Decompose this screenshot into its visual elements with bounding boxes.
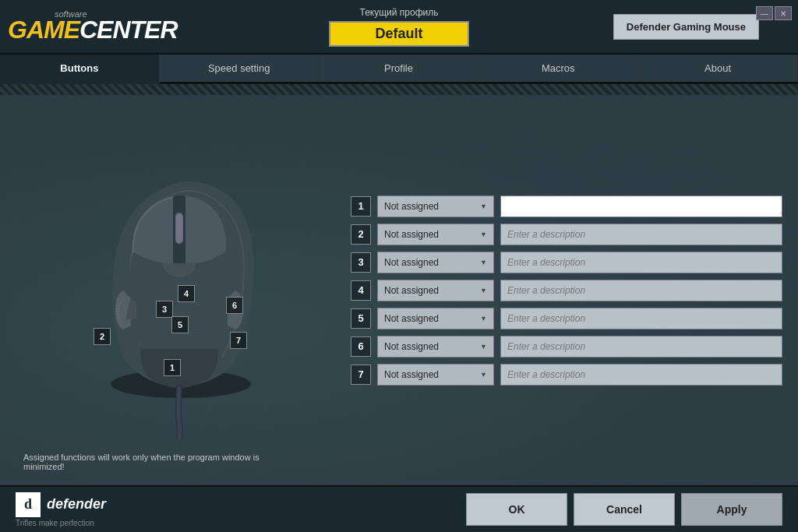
close-button[interactable]: ✕: [775, 6, 792, 20]
button-5-dropdown[interactable]: Not assigned ▼: [377, 308, 494, 329]
main-content: 2 3 4 5 6 7 1 Assigned functions will wo…: [0, 95, 798, 485]
device-name: Defender Gaming Mouse: [613, 14, 759, 40]
button-row-5: 5 Not assigned ▼: [351, 308, 782, 329]
defender-d-icon: d: [16, 492, 41, 517]
button-4-dropdown[interactable]: Not assigned ▼: [377, 280, 494, 301]
profile-label: Текущий профиль: [359, 7, 438, 18]
tab-macros[interactable]: Macros: [478, 55, 638, 82]
button-row-4: 4 Not assigned ▼: [351, 280, 782, 301]
dropdown-arrow-7: ▼: [480, 371, 487, 379]
notice-text: Assigned functions will work only when t…: [23, 453, 273, 471]
defender-brand: defender: [47, 496, 106, 513]
dropdown-arrow-1: ▼: [480, 203, 487, 210]
button-2-description[interactable]: [500, 224, 782, 245]
logo-area: software GAMECENTER: [8, 9, 178, 44]
tab-about[interactable]: About: [638, 55, 798, 82]
mouse-illustration: 2 3 4 5 6 7 1: [62, 143, 296, 439]
logo-game: GAME: [8, 16, 79, 44]
defender-tagline: Trifles make perfection: [16, 519, 106, 527]
button-row-1: 1 Not assigned ▼: [351, 196, 782, 217]
button-row-2: 2 Not assigned ▼: [351, 224, 782, 245]
button-number-7: 7: [351, 365, 371, 385]
dropdown-arrow-2: ▼: [480, 231, 487, 238]
apply-button[interactable]: Apply: [681, 493, 782, 526]
mouse-button-5-marker: 5: [171, 316, 189, 333]
button-number-4: 4: [351, 280, 371, 301]
ok-button[interactable]: OK: [466, 493, 567, 526]
button-row-3: 3 Not assigned ▼: [351, 252, 782, 273]
mouse-button-4-marker: 4: [178, 285, 195, 302]
logo-center: CENTER: [79, 16, 178, 44]
button-1-dropdown[interactable]: Not assigned ▼: [377, 196, 494, 217]
footer-logo: d defender Trifles make perfection: [16, 492, 106, 527]
dropdown-arrow-6: ▼: [480, 343, 487, 351]
button-7-description[interactable]: [500, 364, 782, 386]
right-panel: 1 Not assigned ▼ 2 Not assigned ▼ 3 Not …: [343, 103, 782, 477]
tabs-bar: Buttons Speed setting Profile Macros Abo…: [0, 55, 798, 84]
button-number-2: 2: [351, 224, 371, 245]
footer: d defender Trifles make perfection OK Ca…: [0, 485, 798, 532]
window-controls: — ✕: [756, 6, 792, 20]
button-number-5: 5: [351, 308, 371, 329]
button-7-dropdown[interactable]: Not assigned ▼: [377, 364, 494, 386]
button-number-3: 3: [351, 252, 371, 273]
tab-profile[interactable]: Profile: [320, 55, 479, 82]
footer-buttons: OK Cancel Apply: [466, 493, 782, 526]
profile-value[interactable]: Default: [329, 21, 469, 47]
title-bar: software GAMECENTER Текущий профиль Defa…: [0, 0, 798, 55]
button-number-6: 6: [351, 336, 371, 357]
dropdown-arrow-4: ▼: [480, 287, 487, 294]
cancel-button[interactable]: Cancel: [574, 493, 675, 526]
profile-area: Текущий профиль Default: [329, 7, 469, 47]
button-3-description[interactable]: [500, 252, 782, 273]
button-6-dropdown[interactable]: Not assigned ▼: [377, 336, 494, 358]
button-5-description[interactable]: [500, 308, 782, 329]
button-row-7: 7 Not assigned ▼: [351, 364, 782, 386]
button-3-dropdown[interactable]: Not assigned ▼: [377, 252, 494, 273]
tab-buttons[interactable]: Buttons: [0, 55, 160, 84]
button-number-1: 1: [351, 196, 371, 217]
tab-speed-setting[interactable]: Speed setting: [160, 55, 320, 82]
mouse-button-3-marker: 3: [156, 301, 173, 318]
mouse-button-6-marker: 6: [226, 297, 243, 314]
dropdown-arrow-3: ▼: [480, 259, 487, 266]
button-row-6: 6 Not assigned ▼: [351, 336, 782, 358]
svg-rect-3: [176, 214, 182, 242]
stripe-divider: [0, 84, 798, 95]
button-1-description[interactable]: [500, 196, 782, 217]
dropdown-arrow-5: ▼: [480, 315, 487, 322]
mouse-button-1-marker: 1: [164, 359, 181, 376]
mouse-button-7-marker: 7: [230, 332, 247, 349]
button-4-description[interactable]: [500, 280, 782, 301]
footer-logo-top: d defender: [16, 492, 106, 517]
minimize-button[interactable]: —: [756, 6, 773, 20]
mouse-button-2-marker: 2: [94, 328, 111, 345]
button-6-description[interactable]: [500, 336, 782, 358]
button-2-dropdown[interactable]: Not assigned ▼: [377, 224, 494, 245]
mouse-area: 2 3 4 5 6 7 1 Assigned functions will wo…: [16, 103, 343, 477]
